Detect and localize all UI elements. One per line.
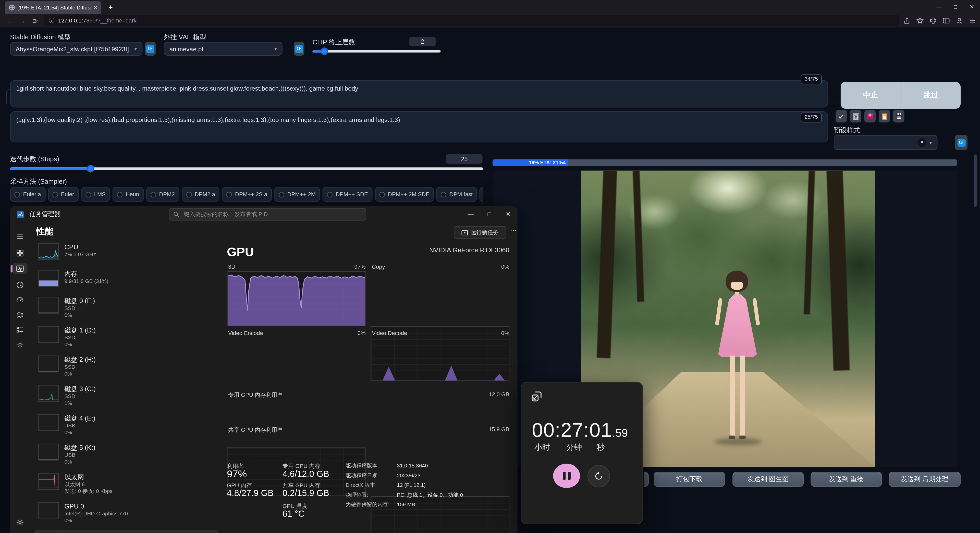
prompt-textarea[interactable]: 1girl,short hair,outdoor,blue sky,best q… [10,80,828,107]
forward-icon[interactable]: → [16,17,29,24]
sd-model-refresh-button[interactable]: ⟳ [145,42,156,56]
negative-prompt-textarea[interactable]: (ugly:1.3),(low quality:2) ,(low res),(b… [10,111,828,142]
globe-favicon-icon [9,4,15,10]
sidebar-disk3[interactable]: 磁盘 3 (C:)SSD1% [35,383,218,409]
window-maximize-button[interactable]: □ [948,0,964,14]
settings-gear-icon[interactable] [14,517,25,528]
sidebar-toggle-icon[interactable] [942,17,950,24]
menu-icon[interactable] [969,17,976,24]
sidebar-ethernet[interactable]: 以太网以太网 6发送: 0 接收: 0 Kbps [35,471,218,498]
taskmgr-maximize-button[interactable]: □ [480,206,499,223]
skip-button[interactable]: 跳过 [900,82,961,109]
taskmgr-minimize-button[interactable]: — [461,206,480,223]
tab-close-icon[interactable]: ✕ [94,5,97,10]
vae-dropdown[interactable]: animevae.pt ▾ [164,42,283,56]
vae-refresh-button[interactable]: ⟳ [294,42,304,56]
more-options-icon[interactable]: ⋯ [510,226,517,234]
page-scrollbar[interactable] [974,154,977,207]
sampler-euler[interactable]: Euler [48,187,78,202]
styles-dropdown[interactable]: ✕ ▾ [834,135,938,150]
send-to-img2img-button[interactable]: 发送到 图生图 [732,472,803,487]
save-style-button[interactable] [893,110,904,123]
pause-button[interactable] [553,464,580,488]
sidebar-memory[interactable]: 内存9.9/31.8 GB (31%) [35,268,218,292]
paste-arrow-button[interactable]: ↙ [835,110,847,123]
window-close-button[interactable]: ✕ [964,0,980,14]
expand-restore-icon[interactable] [531,391,542,403]
reload-icon[interactable]: ⟳ [29,17,41,24]
sampler-label: 采样方法 (Sampler) [10,178,67,186]
nav-startup-icon[interactable] [14,294,25,305]
sidebar-disk0[interactable]: 磁盘 0 (F:)SSD0% [35,295,218,321]
sampler-dpm2-a[interactable]: DPM2 a [182,187,220,202]
sampler-lms[interactable]: LMS [81,187,110,202]
sampler-dpm-adaptive[interactable]: DPM adaptive [479,187,483,202]
url-bar[interactable]: ⓘ 127.0.0.1 :7860/?__theme=dark [44,15,899,26]
sampler-heun[interactable]: Heun [113,187,143,202]
extra-networks-button[interactable] [864,110,876,123]
new-tab-button[interactable]: + [105,2,116,13]
nav-details-icon[interactable] [14,324,25,336]
reset-button[interactable] [587,465,610,487]
send-to-extras-button[interactable]: 发送到 后期处理 [889,472,961,487]
nav-performance-icon[interactable] [13,263,27,274]
sampler-euler-a[interactable]: Euler a [10,187,45,202]
sampler-options: Euler a Euler LMS Heun DPM2 DPM2 a DPM++… [10,187,483,202]
share-icon[interactable] [903,17,911,24]
sidebar-disk4[interactable]: 磁盘 4 (E:)USB0% [35,412,218,439]
sidebar-disk5[interactable]: 磁盘 5 (K:)USB0% [35,442,218,468]
taskmgr-search[interactable] [169,208,366,221]
sampler-dpm-fast[interactable]: DPM fast [436,187,477,202]
steps-slider[interactable] [10,167,483,170]
browser-tab[interactable]: [19% ETA: 21:54] Stable Diffusi ✕ [5,1,101,14]
sidebar-gpu1[interactable]: GPU 1NVIDIA GeForce RTX 306097% (61 °C) [35,530,218,533]
disk4-mini-chart [38,414,59,431]
sampler-dpmpp-2m[interactable]: DPM++ 2M [274,187,320,202]
sidebar-cpu[interactable]: CPU7% 5.07 GHz [35,241,218,265]
clip-skip-value[interactable]: 2 [409,37,436,46]
sd-model-dropdown[interactable]: AbyssOrangeMix2_sfw.ckpt [f75b19923f] ▾ [10,42,142,56]
apply-style-clipboard-button[interactable] [879,110,890,123]
chart-encode-value: 0% [352,330,366,336]
nav-services-icon[interactable] [14,339,25,350]
sd-model-label: Stable Diffusion 模型 [10,33,71,42]
steps-slider-thumb[interactable] [87,165,94,172]
clip-skip-slider[interactable] [312,50,441,53]
extensions-puzzle-icon[interactable] [929,17,937,24]
nav-users-icon[interactable] [14,309,25,320]
clip-skip-slider-thumb[interactable] [321,48,328,55]
search-input[interactable] [183,210,362,218]
sampler-dpmpp-2m-sde[interactable]: DPM++ 2M SDE [375,187,434,202]
sampler-dpmpp-2s-a[interactable]: DPM++ 2S a [222,187,272,202]
seconds-label: 秒 [597,442,605,453]
sidebar-disk1[interactable]: 磁盘 1 (D:)SSD0% [35,324,218,350]
back-icon[interactable]: ← [4,17,16,24]
nav-menu-icon[interactable] [14,231,25,242]
clipboard-icon [881,113,888,120]
bookmark-star-icon[interactable] [916,17,924,24]
interrupt-button[interactable]: 中止 [841,82,900,109]
sidebar-gpu0[interactable]: GPU 0Intel(R) UHD Graphics 7700% [35,501,218,527]
sidebar-disk2[interactable]: 磁盘 2 (H:)SSD0% [35,354,218,380]
sampler-dpmpp-sde[interactable]: DPM++ SDE [323,187,372,202]
account-icon[interactable] [956,17,963,24]
taskmgr-close-button[interactable]: ✕ [499,206,517,223]
window-minimize-button[interactable]: — [931,0,948,14]
partially-hidden-button[interactable] [644,472,649,487]
gpu-device-name: NVIDIA GeForce RTX 3060 [429,246,509,254]
styles-refresh-button[interactable]: ⟳ [955,135,967,150]
clip-skip-label: CLIP 终止层数 [312,38,355,47]
steps-value[interactable]: 25 [446,154,483,164]
chevron-down-icon: ▾ [134,46,137,51]
download-zip-button[interactable]: 打包下载 [654,472,725,487]
send-to-inpaint-button[interactable]: 发送到 重绘 [811,472,882,487]
gpu1-mini-chart [38,532,59,533]
clear-prompt-trash-button[interactable] [850,110,861,123]
site-info-icon[interactable]: ⓘ [49,17,54,25]
nav-app-history-icon[interactable] [14,279,25,291]
nav-processes-icon[interactable] [14,248,25,259]
sampler-dpm2[interactable]: DPM2 [146,187,179,202]
clear-styles-icon[interactable]: ✕ [918,138,926,147]
run-new-task-button[interactable]: 运行新任务 [454,226,506,239]
chart-encode-label: Video Encode [228,330,263,336]
